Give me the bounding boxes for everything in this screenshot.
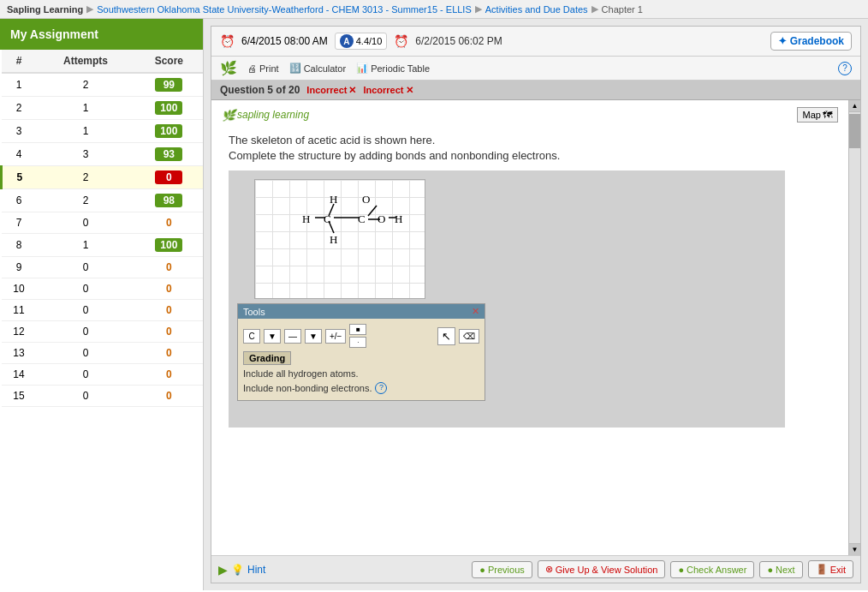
- sapling-nav-icon: 🌿: [220, 60, 237, 76]
- table-row[interactable]: 900: [2, 257, 204, 278]
- row-attempts: 0: [36, 321, 134, 343]
- exit-icon: 🚪: [816, 564, 828, 575]
- top-nav: Sapling Learning ▶ Southwestern Oklahoma…: [0, 0, 868, 19]
- grading-help-icon: ?: [375, 382, 387, 394]
- table-row[interactable]: 31100: [2, 120, 204, 143]
- nav-link-activities[interactable]: Activities and Due Dates: [485, 4, 588, 15]
- table-row[interactable]: 81100: [2, 234, 204, 257]
- hint-label[interactable]: Hint: [247, 564, 265, 576]
- periodic-icon: 📊: [356, 63, 368, 74]
- nav-current: Chapter 1: [602, 4, 643, 15]
- tool-cursor[interactable]: ↖: [437, 327, 455, 345]
- atom-H-right: H: [395, 212, 402, 226]
- row-num: 13: [2, 343, 37, 364]
- table-row[interactable]: 520: [2, 166, 204, 189]
- map-button[interactable]: Map 🗺: [797, 107, 838, 123]
- sapling-leaf-icon: 🌿: [222, 109, 235, 122]
- scroll-thumb[interactable]: [849, 114, 860, 148]
- question-line-1: The skeleton of acetic acid is shown her…: [229, 133, 831, 148]
- bottom-bar: ▶ 💡 Hint ● Previous ⊗ Give Up & View Sol…: [211, 555, 860, 583]
- row-score: 99: [135, 73, 203, 97]
- giveup-button[interactable]: ⊗ Give Up & View Solution: [538, 560, 666, 578]
- row-score: 93: [135, 143, 203, 166]
- atom-H-top: H: [330, 193, 337, 206]
- tools-close-icon[interactable]: ✕: [472, 306, 479, 317]
- right-scrollbar: ▲ ▼: [848, 100, 860, 555]
- tool-dropdown-2[interactable]: ▼: [305, 329, 322, 344]
- atom-H-left: H: [302, 212, 310, 226]
- scroll-down[interactable]: ▼: [849, 543, 860, 555]
- scroll-up[interactable]: ▲: [849, 100, 860, 112]
- row-score: 0: [135, 300, 203, 321]
- calculator-button[interactable]: 🔢 Calculator: [289, 63, 347, 74]
- grade-badge: A 4.4/10: [335, 33, 388, 50]
- table-row[interactable]: 1200: [2, 321, 204, 343]
- table-row[interactable]: 1300: [2, 343, 204, 364]
- sapling-header: 🌿 sapling learning Map 🗺: [211, 100, 848, 126]
- nav-link-university[interactable]: Southwestern Oklahoma State University-W…: [97, 4, 472, 15]
- atom-H-bottom: H: [330, 233, 337, 247]
- left-sidebar: My Assignment # Attempts Score 129921100…: [0, 19, 204, 590]
- tool-charge[interactable]: +/−: [325, 329, 346, 344]
- row-score: 0: [135, 321, 203, 343]
- row-attempts: 0: [36, 212, 134, 234]
- grade-value: 4.4/10: [356, 36, 383, 46]
- table-row[interactable]: 4393: [2, 143, 204, 166]
- atom-O-top: O: [362, 193, 370, 206]
- table-row[interactable]: 1100: [2, 300, 204, 321]
- periodic-table-button[interactable]: 📊 Periodic Table: [356, 63, 430, 74]
- row-score: 98: [135, 189, 203, 212]
- tool-dot-top[interactable]: ■: [349, 324, 366, 335]
- row-num: 15: [2, 386, 37, 407]
- check-icon: ●: [678, 565, 684, 575]
- tool-eraser[interactable]: ⌫: [459, 329, 479, 344]
- table-row[interactable]: 21100: [2, 97, 204, 120]
- grade-letter: A: [340, 34, 354, 48]
- sapling-logo: 🌿 sapling learning: [222, 109, 309, 122]
- row-score: 100: [135, 234, 203, 257]
- row-attempts: 3: [36, 143, 134, 166]
- next-button[interactable]: ● Next: [759, 561, 802, 578]
- table-row[interactable]: 1299: [2, 73, 204, 97]
- atom-C-left: C: [324, 212, 331, 226]
- toolbar: 🌿 🖨 Print 🔢 Calculator 📊 Periodic Table …: [211, 57, 860, 81]
- question-line-2: Complete the structure by adding bonds a…: [229, 148, 831, 164]
- tools-title-bar: Tools ✕: [238, 304, 485, 319]
- chem-grid[interactable]: H O H C C O: [254, 179, 425, 299]
- tool-bond[interactable]: —: [284, 329, 301, 344]
- info-bar: ⏰ 6/4/2015 08:00 AM A 4.4/10 ⏰ 6/2/2015 …: [211, 27, 860, 57]
- tool-C[interactable]: C: [243, 329, 260, 344]
- table-row[interactable]: 1500: [2, 386, 204, 407]
- row-attempts: 0: [36, 278, 134, 300]
- row-score: 0: [135, 343, 203, 364]
- table-row[interactable]: 6298: [2, 189, 204, 212]
- row-num: 9: [2, 257, 37, 278]
- tool-dot-bottom[interactable]: ·: [349, 337, 366, 348]
- nav-sep-2: ▶: [475, 3, 482, 15]
- nav-brand: Sapling Learning: [7, 4, 83, 15]
- row-attempts: 0: [36, 300, 134, 321]
- row-attempts: 0: [36, 343, 134, 364]
- clock-icon: ⏰: [220, 34, 235, 48]
- grading-item-1: Include all hydrogen atoms.: [243, 367, 479, 381]
- row-num: 12: [2, 321, 37, 343]
- check-answer-button[interactable]: ● Check Answer: [670, 561, 754, 578]
- exit-button[interactable]: 🚪 Exit: [808, 560, 853, 578]
- nav-sep-1: ▶: [86, 3, 93, 15]
- print-button[interactable]: 🖨 Print: [247, 63, 279, 74]
- drawing-area[interactable]: H O H C C O: [229, 170, 785, 428]
- bond-svg: [255, 180, 426, 300]
- grading-section: Grading Include all hydrogen atoms. Incl…: [243, 351, 479, 395]
- gradebook-button[interactable]: ✦ Gradebook: [770, 32, 852, 51]
- help-icon: ?: [838, 62, 852, 75]
- previous-button[interactable]: ● Previous: [472, 561, 532, 578]
- incorrect-badge-2: Incorrect ✕: [363, 85, 413, 96]
- bottom-actions: ● Previous ⊗ Give Up & View Solution ● C…: [472, 560, 853, 578]
- table-row[interactable]: 700: [2, 212, 204, 234]
- incorrect-label-1: Incorrect: [306, 85, 347, 95]
- table-row[interactable]: 1400: [2, 364, 204, 386]
- table-row[interactable]: 1000: [2, 278, 204, 300]
- assignment-table-scroll[interactable]: # Attempts Score 12992110031100439352062…: [0, 50, 203, 590]
- tool-dropdown-1[interactable]: ▼: [264, 329, 281, 344]
- row-num: 3: [2, 120, 37, 143]
